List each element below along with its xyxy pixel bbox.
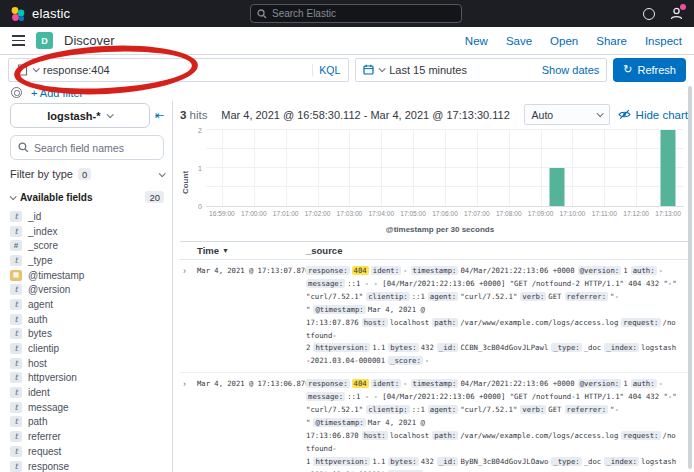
source-field-badge: path: — [432, 431, 458, 440]
source-value: 432 — [421, 343, 434, 352]
source-field-badge: bytes: — [388, 457, 418, 466]
field-item-httpversion[interactable]: thttpversion — [10, 371, 164, 386]
field-item-_id[interactable]: t_id — [10, 209, 164, 224]
show-dates-button[interactable]: Show dates — [542, 64, 599, 76]
text-field-icon: t — [10, 255, 22, 266]
y-tick-label: 1 — [192, 165, 202, 172]
vertical-scrollbar[interactable] — [688, 86, 692, 469]
field-item-agent[interactable]: tagent — [10, 297, 164, 312]
brand-name: elastic — [32, 6, 70, 21]
text-field-icon: t — [10, 372, 22, 383]
nav-action-share[interactable]: Share — [596, 35, 627, 47]
field-name: _score — [28, 240, 58, 251]
x-tick-label: 17:10:00 — [560, 210, 586, 217]
index-pattern-select[interactable]: logstash-* — [10, 103, 150, 128]
source-value: 1.1 — [372, 457, 385, 466]
y-tick-label: 2 — [192, 127, 202, 134]
text-field-icon: t — [10, 358, 22, 369]
source-value: localhost — [390, 431, 430, 440]
text-field-icon: t — [10, 461, 22, 472]
x-tick-label: 17:00:00 — [241, 210, 267, 217]
field-item-path[interactable]: tpath — [10, 415, 164, 430]
saved-query-chevron-icon[interactable] — [33, 65, 40, 72]
field-item-bytes[interactable]: tbytes — [10, 327, 164, 342]
field-item-_index[interactable]: t_index — [10, 224, 164, 239]
field-item-ident[interactable]: tident — [10, 385, 164, 400]
nav-action-save[interactable]: Save — [506, 35, 532, 47]
refresh-button[interactable]: ↻ Refresh — [613, 58, 686, 82]
datepicker-chevron-icon[interactable] — [379, 65, 386, 72]
source-field-badge: message: — [306, 392, 345, 401]
x-tick-label: 17:06:00 — [432, 210, 458, 217]
calendar-icon[interactable] — [363, 64, 374, 75]
page-title: Discover — [64, 33, 115, 48]
filter-type-chevron-icon — [159, 170, 166, 177]
sidebar: logstash-* ⇤ Search field names Filter b… — [0, 101, 173, 472]
nav-action-inspect[interactable]: Inspect — [645, 35, 682, 47]
field-item-auth[interactable]: tauth — [10, 312, 164, 327]
histogram-chart[interactable]: Count 012 16:59:0017:00:0017:01:0017:02:… — [180, 130, 688, 234]
expand-row-icon[interactable]: › — [180, 378, 197, 472]
app-nav-bar: D Discover NewSaveOpenShareInspect — [0, 27, 694, 55]
saved-query-icon[interactable] — [17, 64, 28, 76]
field-item-response[interactable]: tresponse — [10, 459, 164, 472]
field-item-request[interactable]: trequest — [10, 444, 164, 459]
x-axis-title: @timestamp per 30 seconds — [192, 225, 688, 234]
source-value: CCBN_3cB04dGovJLPawl — [460, 343, 548, 352]
interval-select[interactable]: Auto — [524, 104, 610, 125]
field-search-input[interactable]: Search field names — [10, 135, 164, 160]
available-fields-header[interactable]: Available fields 20 — [10, 191, 164, 203]
filter-by-type[interactable]: Filter by type 0 — [10, 168, 164, 180]
available-fields-count-badge: 20 — [145, 191, 164, 203]
field-item-@version[interactable]: t@version — [10, 282, 164, 297]
nav-actions: NewSaveOpenShareInspect — [465, 35, 682, 47]
field-list: t_idt_index#_scoret_type▦@timestampt@ver… — [10, 209, 164, 472]
add-filter-button[interactable]: + Add filter — [31, 87, 83, 99]
histogram-bar[interactable] — [661, 130, 676, 206]
field-item-referrer[interactable]: treferrer — [10, 429, 164, 444]
source-value: 432 — [421, 457, 434, 466]
field-item-_type[interactable]: t_type — [10, 253, 164, 268]
hide-chart-button[interactable]: Hide chart — [618, 109, 688, 121]
global-search-input[interactable]: Search Elastic — [250, 4, 462, 23]
collapse-sidebar-icon[interactable]: ⇤ — [155, 110, 164, 121]
source-field-badge: ident: — [371, 379, 401, 388]
source-field-badge: response: — [306, 379, 350, 388]
saved-queries-icon[interactable] — [11, 87, 22, 98]
query-text[interactable]: response:404 — [43, 64, 307, 76]
field-item-message[interactable]: tmessage — [10, 400, 164, 415]
datepicker[interactable]: Last 15 minutes Show dates — [355, 58, 607, 82]
expand-row-icon[interactable]: › — [180, 265, 197, 368]
field-item-_score[interactable]: #_score — [10, 238, 164, 253]
x-tick-label: 16:59:00 — [209, 210, 235, 217]
source-value: 1 — [623, 379, 627, 388]
table-row: ›Mar 4, 2021 @ 17:13:06.870response:404i… — [180, 373, 688, 472]
field-item-host[interactable]: thost — [10, 356, 164, 371]
source-field-badge: verb: — [520, 405, 546, 414]
source-field-badge: ident: — [371, 266, 401, 275]
source-value: ByBN_3cB04dGovJLOawo — [460, 457, 548, 466]
nav-action-open[interactable]: Open — [550, 35, 578, 47]
time-range-label[interactable]: Last 15 minutes — [389, 64, 537, 76]
source-field-badge: referrer: — [565, 405, 609, 414]
query-language-button[interactable]: KQL — [312, 64, 340, 76]
field-item-@timestamp[interactable]: ▦@timestamp — [10, 268, 164, 283]
avatar[interactable] — [669, 6, 684, 21]
field-name: @version — [28, 284, 70, 295]
menu-icon[interactable] — [12, 35, 25, 45]
deployment-icon[interactable] — [643, 8, 655, 20]
field-name: host — [28, 358, 47, 369]
elastic-logo-icon — [10, 6, 26, 22]
time-column-header[interactable]: Time▼ — [180, 245, 306, 256]
source-value: - — [425, 356, 429, 365]
chart-plot-area[interactable]: 012 — [206, 130, 684, 207]
nav-action-new[interactable]: New — [465, 35, 488, 47]
y-axis-title: Count — [182, 170, 191, 193]
source-value: - — [403, 266, 407, 275]
histogram-bar[interactable] — [549, 168, 564, 206]
query-input[interactable]: response:404 KQL — [8, 58, 349, 82]
source-field-badge: _type: — [551, 457, 581, 466]
global-header: elastic Search Elastic — [0, 0, 694, 27]
field-item-clientip[interactable]: tclientip — [10, 341, 164, 356]
source-field-badge: verb: — [520, 292, 546, 301]
